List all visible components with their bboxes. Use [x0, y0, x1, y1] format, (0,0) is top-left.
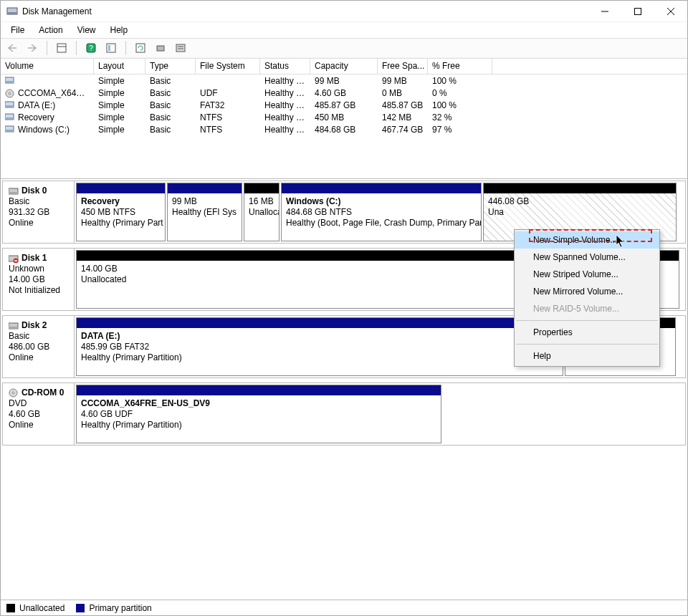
volume-type: Basic	[145, 100, 196, 110]
disk-state: Online	[9, 352, 34, 362]
partition-status: Unalloca	[249, 207, 279, 217]
partition-status: Healthy (Primary Partition)	[81, 352, 182, 362]
col-filesystem[interactable]: File System	[196, 59, 260, 74]
col-freespace[interactable]: Free Spa...	[378, 59, 428, 74]
partition[interactable]: DATA (E:)485.99 GB FAT32Healthy (Primary…	[76, 317, 563, 376]
volume-row[interactable]: CCCOMA_X64FRE...SimpleBasicUDFHealthy (P…	[1, 87, 687, 99]
partition-size: 485.99 GB FAT32	[81, 342, 149, 352]
toolbar-separator	[76, 41, 77, 55]
help-icon[interactable]: ?	[82, 40, 100, 56]
partition-info: DATA (E:)485.99 GB FAT32Healthy (Primary…	[77, 328, 563, 375]
col-layout[interactable]: Layout	[94, 59, 145, 74]
partition-size: 14.00 GB	[81, 264, 118, 274]
partition[interactable]: CCCOMA_X64FRE_EN-US_DV94.60 GB UDFHealth…	[76, 385, 441, 443]
col-type[interactable]: Type	[145, 59, 196, 74]
volume-icon	[5, 89, 15, 97]
col-volume[interactable]: Volume	[1, 59, 94, 74]
disk-size: 486.00 GB	[9, 342, 49, 352]
context-menu-separator	[516, 344, 658, 345]
toolbar-settings-icon[interactable]	[102, 40, 120, 56]
disk-label[interactable]: CD-ROM 0DVD4.60 GBOnline	[3, 383, 75, 445]
volume-layout: Simple	[94, 100, 145, 110]
volume-row[interactable]: SimpleBasicHealthy (E...99 MB99 MB100 %	[1, 74, 687, 87]
context-menu-item[interactable]: Properties	[515, 324, 659, 341]
partition-status: Healthy (Primary Partition)	[81, 420, 182, 430]
col-capacity[interactable]: Capacity	[310, 59, 378, 74]
disk-type: Basic	[9, 331, 29, 341]
window-title: Disk Management	[22, 6, 588, 16]
context-menu-item[interactable]: New Spanned Volume...	[515, 249, 659, 266]
disk-state: Not Initialized	[9, 285, 60, 295]
toolbar-disk-icon[interactable]	[152, 40, 169, 56]
minimize-button[interactable]	[588, 1, 621, 22]
toolbar-refresh-icon[interactable]	[132, 40, 149, 56]
volume-pct: 0 %	[428, 88, 492, 98]
disk-row: CD-ROM 0DVD4.60 GBOnlineCCCOMA_X64FRE_EN…	[2, 382, 686, 446]
volume-layout: Simple	[94, 76, 145, 86]
partition-size: 4.60 GB UDF	[81, 409, 133, 419]
svg-rect-24	[5, 117, 14, 120]
partition-info: Recovery450 MB NTFSHealthy (Primary Part	[77, 193, 165, 241]
toolbar-view-icon[interactable]	[53, 40, 70, 56]
maximize-button[interactable]	[621, 1, 654, 22]
col-pctfree[interactable]: % Free	[428, 59, 492, 74]
context-menu-item[interactable]: New Striped Volume...	[515, 266, 659, 283]
toolbar: ?	[1, 38, 687, 58]
partition-status: Unallocated	[81, 274, 126, 284]
back-button[interactable]	[4, 40, 21, 56]
partition-size: 446.08 GB	[488, 196, 529, 206]
volume-layout: Simple	[94, 88, 145, 98]
disk-name: Disk 1	[22, 253, 47, 263]
volume-free: 142 MB	[378, 112, 428, 122]
disk-label[interactable]: Disk 1Unknown14.00 GBNot Initialized	[3, 249, 75, 310]
volume-status: Healthy (B...	[260, 125, 310, 135]
volume-row[interactable]: DATA (E:)SimpleBasicFAT32Healthy (P...48…	[1, 99, 687, 111]
volume-fs: NTFS	[196, 112, 260, 122]
partition[interactable]: Windows (C:)484.68 GB NTFSHealthy (Boot,…	[281, 183, 482, 241]
svg-rect-14	[176, 44, 185, 52]
swatch-black-icon	[6, 604, 15, 612]
volume-name: CCCOMA_X64FRE...	[18, 88, 94, 98]
partition[interactable]: Recovery450 MB NTFSHealthy (Primary Part	[76, 183, 166, 241]
svg-rect-22	[5, 105, 14, 107]
volume-row[interactable]: RecoverySimpleBasicNTFSHealthy (P...450 …	[1, 111, 687, 123]
partition[interactable]: 16 MBUnalloca	[244, 183, 280, 241]
menu-view[interactable]: View	[70, 24, 103, 37]
partition-title: CCCOMA_X64FRE_EN-US_DV9	[81, 398, 210, 408]
menu-help[interactable]: Help	[103, 24, 135, 37]
partition-title: DATA (E:)	[81, 331, 120, 341]
volume-capacity: 4.60 GB	[310, 88, 378, 98]
disk-size: 4.60 GB	[9, 409, 40, 419]
legend-primary: Primary partition	[76, 603, 151, 613]
volume-capacity: 485.87 GB	[310, 100, 378, 110]
disk-label[interactable]: Disk 0Basic931.32 GBOnline	[3, 181, 75, 243]
svg-rect-1	[7, 12, 17, 14]
disk-icon	[9, 321, 19, 331]
disk-label[interactable]: Disk 2Basic486.00 GBOnline	[3, 316, 75, 377]
disk-partitions: CCCOMA_X64FRE_EN-US_DV94.60 GB UDFHealth…	[75, 383, 685, 445]
forward-button[interactable]	[24, 40, 41, 56]
volume-pct: 97 %	[428, 125, 492, 135]
volume-row[interactable]: Windows (C:)SimpleBasicNTFSHealthy (B...…	[1, 123, 687, 135]
disk-name: CD-ROM 0	[22, 388, 64, 398]
context-menu-item[interactable]: Help	[515, 347, 659, 365]
partition[interactable]: 99 MBHealthy (EFI Sys	[167, 183, 242, 241]
menu-file[interactable]: File	[4, 24, 32, 37]
col-status[interactable]: Status	[260, 59, 310, 74]
toolbar-separator	[47, 41, 47, 55]
volume-status: Healthy (P...	[260, 112, 310, 122]
volume-icon	[5, 101, 15, 110]
disk-state: Online	[9, 218, 34, 228]
volume-list-header: Volume Layout Type File System Status Ca…	[1, 59, 687, 74]
volume-icon	[5, 113, 15, 122]
toolbar-properties-icon[interactable]	[172, 40, 189, 56]
volume-status: Healthy (P...	[260, 88, 310, 98]
window-controls	[588, 1, 687, 21]
volume-free: 467.74 GB	[378, 125, 428, 135]
context-menu-item[interactable]: New Simple Volume...	[515, 231, 659, 249]
menu-action[interactable]: Action	[32, 24, 70, 37]
close-button[interactable]	[654, 1, 687, 22]
context-menu-item[interactable]: New Mirrored Volume...	[515, 283, 659, 300]
volume-layout: Simple	[94, 112, 145, 122]
volume-capacity: 484.68 GB	[310, 125, 378, 135]
